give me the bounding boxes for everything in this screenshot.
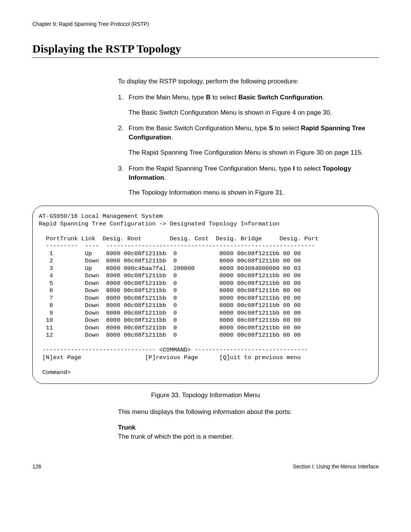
step-text: From the Rapid Spanning Tree Configurati… xyxy=(129,165,293,172)
terminal-prompt: Command> xyxy=(39,369,71,376)
table-row: 11 Down 8000 00c08f1211bb 0 8000 00c08f1… xyxy=(39,324,301,331)
terminal-divider: --------- ---- -------------------------… xyxy=(39,243,315,249)
terminal-window: AT-GS950/16 Local Management System Rapi… xyxy=(32,206,379,383)
table-row: 9 Down 8000 00c08f1211bb 0 8000 00c08f12… xyxy=(39,310,301,316)
step-text: . xyxy=(322,94,324,101)
step-1: 1. From the Main Menu, type B to select … xyxy=(118,93,379,117)
table-row: 7 Down 8000 00c08f1211bb 0 8000 00c08f12… xyxy=(39,295,301,302)
term-label: Trunk xyxy=(118,424,135,431)
terminal-cmdbar: -------------------------------- <COMMAN… xyxy=(39,347,308,353)
table-row: 4 Down 8000 00c08f1211bb 0 8000 00c08f12… xyxy=(39,272,301,279)
step-2: 2. From the Basic Switch Configuration M… xyxy=(118,124,379,157)
step-bold: Basic Switch Configuration xyxy=(238,94,322,101)
step-number: 2. xyxy=(118,124,126,133)
table-row: 1 Up 8000 00c08f1211bb 0 8000 00c08f1211… xyxy=(39,250,301,257)
footer-page-number: 126 xyxy=(32,463,41,470)
step-text: to select xyxy=(210,94,238,101)
step-text: . xyxy=(164,174,166,181)
step-3: 3. From the Rapid Spanning Tree Configur… xyxy=(118,164,379,197)
page-footer: 126 Section I: Using the Menus Interface xyxy=(32,463,379,470)
terminal-line: Rapid Spanning Tree Configuration -> Des… xyxy=(39,220,280,227)
body-text: To display the RSTP topology, perform th… xyxy=(118,77,379,197)
chapter-header: Chapter 9: Rapid Spanning Tree Protocol … xyxy=(32,21,379,27)
step-extra: The Rapid Spanning Tree Configuration Me… xyxy=(129,148,379,157)
step-text: . xyxy=(171,134,173,141)
after-caption: This menu displays the following informa… xyxy=(118,407,379,441)
intro-paragraph: To display the RSTP topology, perform th… xyxy=(118,77,379,86)
table-row: 10 Down 8000 00c08f1211bb 0 8000 00c08f1… xyxy=(39,317,301,324)
step-text: From the Basic Switch Configuration Menu… xyxy=(129,125,269,132)
figure-caption: Figure 33. Topology Information Menu xyxy=(32,391,379,399)
step-key: B xyxy=(206,94,210,101)
step-number: 3. xyxy=(118,164,126,173)
table-row: 3 Up 8000 000c46aa7fal 200000 8000 00308… xyxy=(39,265,301,272)
step-key: S xyxy=(269,125,273,132)
step-text: From the Main Menu, type xyxy=(129,94,206,101)
step-number: 1. xyxy=(118,93,126,102)
table-row: 5 Down 8000 00c08f1211bb 0 8000 00c08f12… xyxy=(39,280,301,287)
step-extra: The Basic Switch Configuration Menu is s… xyxy=(129,108,379,117)
term-desc: The trunk of which the port is a member. xyxy=(118,433,233,440)
terminal-line: AT-GS950/16 Local Management System xyxy=(39,213,163,220)
page: Chapter 9: Rapid Spanning Tree Protocol … xyxy=(0,0,411,481)
step-text: to select xyxy=(295,165,323,172)
table-row: 2 Down 8000 00c08f1211bb 0 8000 00c08f12… xyxy=(39,257,301,264)
table-row: 8 Down 8000 00c08f1211bb 0 8000 00c08f12… xyxy=(39,302,301,309)
paragraph: This menu displays the following informa… xyxy=(118,407,379,417)
footer-section: Section I: Using the Menus Interface xyxy=(293,463,379,470)
step-extra: The Topology Information menu is shown i… xyxy=(129,188,379,197)
terminal-cmds: [N]ext Page [P]revious Page [Q]uit to pr… xyxy=(39,354,301,361)
table-row: 6 Down 8000 00c08f1211bb 0 8000 00c08f12… xyxy=(39,287,301,294)
step-text: to select xyxy=(273,125,301,132)
terminal-header: PortTrunk Link Desig. Root Desig. Cost D… xyxy=(39,235,319,242)
page-title: Displaying the RSTP Topology xyxy=(32,42,379,58)
table-row: 12 Down 8000 00c08f1211bb 0 8000 00c08f1… xyxy=(39,332,301,339)
